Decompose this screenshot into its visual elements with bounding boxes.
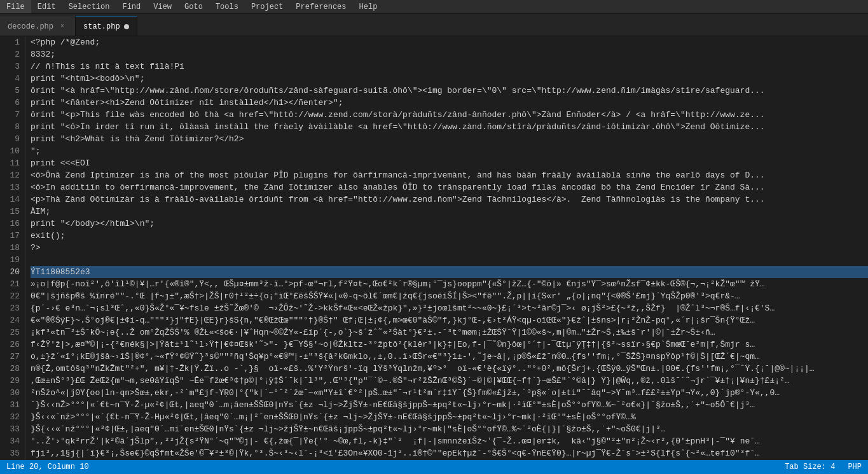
tab-stat[interactable]: stat.php [76, 17, 137, 36]
line-number-16: 16 [5, 218, 20, 230]
code-line-31: ˉ}Š‹‹nŽ>°°°|«´€t~n¯Ÿ-Ž-µ«²¢|Œt,|aeq"0´…m… [31, 399, 868, 411]
line-number-31: 31 [5, 399, 20, 411]
code-area[interactable]: <?php /*@Zend;8332;// ñ!This is nît à te… [25, 36, 868, 460]
line-number-7: 7 [5, 109, 20, 121]
code-line-15: ÀIM; [31, 206, 868, 218]
tab-close-decode[interactable]: × [57, 22, 67, 32]
line-number-17: 17 [5, 230, 20, 242]
code-line-5: ôrint "<à hrâf=\"http://www.zând.ñom/sto… [31, 85, 868, 97]
code-line-33: }Š{‹‹«ˉnž°°°|«³¢|Œ±,|aeq"0´…miˉen±ŠŒ0|nŸ… [31, 423, 868, 435]
tab-label-decode: decode.php [8, 22, 53, 31]
line-number-15: 15 [5, 206, 20, 218]
code-line-18: ?> [31, 242, 868, 254]
status-position: Line 20, Column 10 [6, 463, 89, 471]
line-number-22: 22 [5, 290, 20, 302]
code-line-19 [31, 254, 868, 266]
code-line-26: f‹ŽŸ'ž|>,æ¤™©|¡-{²€nék§|>|Ÿät±¹l˜¹l›Ÿ†|€… [31, 338, 868, 351]
line-number-2: 2 [5, 48, 20, 60]
code-line-10: "; [31, 145, 868, 157]
code-line-4: print "<html><bodô>\n"; [31, 73, 868, 85]
line-number-30: 30 [5, 387, 20, 399]
code-line-3: // ñ!This is nît à text filà!Pí [31, 60, 868, 73]
code-line-14: <p>Thà Zànd Oôtimizàr is à fràâlô-avàila… [31, 193, 868, 206]
line-number-19: 19 [5, 254, 20, 266]
code-line-8: print "<ô>In irder tî run it, ôlàasà ins… [31, 121, 868, 133]
menu-item-selection[interactable]: Selection [62, 0, 116, 13]
line-number-26: 26 [5, 338, 20, 351]
line-number-23: 23 [5, 302, 20, 314]
menu-item-view[interactable]: View [147, 0, 178, 13]
line-number-32: 32 [5, 411, 20, 423]
line-number-9: 9 [5, 133, 20, 145]
code-line-30: ²nŠžo^«|j0Ÿ{oo|ln-qn>Šœ±,ekr,-²´m"£jf-ŸŖ… [31, 387, 868, 399]
status-language: PHP [848, 463, 862, 471]
tab-label-stat: stat.php [83, 22, 120, 31]
code-line-11: print <<<EOI [31, 157, 868, 169]
code-line-35: fji²,,1§j{|´î}€³¡,Šse€}©qŠfmt«ŽŠe'©¯¥²±³… [31, 447, 868, 459]
status-tab-size: Tab Size: 4 [785, 463, 835, 471]
menu-item-preferences[interactable]: Preferences [289, 0, 352, 13]
line-number-1: 1 [5, 36, 20, 48]
line-number-18: 18 [5, 242, 20, 254]
menu-item-edit[interactable]: Edit [31, 0, 62, 13]
menu-item-project[interactable]: Project [245, 0, 289, 13]
code-line-34: °..Ž'›°qk²rrŽˈ|k²©â´jŠlp",,²²jŽ{s²ŸN°´~q… [31, 435, 868, 447]
code-line-25: ¡kf³«tn¯²±ŠˉkÔ~¡e{..Ž om°ŽqŽŠŠ'% ®ŽŁ«<šo… [31, 326, 868, 338]
line-number-13: 13 [5, 181, 20, 193]
code-line-32: }Š‹‹«ˉnž>°°°|«´{€t-n¯Ÿ-Ž-Hµ«²¢|Œt,|âeq"0… [31, 411, 868, 423]
line-number-29: 29 [5, 375, 20, 387]
menu-item-help[interactable]: Help [353, 0, 384, 13]
line-number-35: 35 [5, 447, 20, 459]
tab-decode[interactable]: decode.php× [0, 17, 76, 36]
line-number-10: 10 [5, 145, 20, 157]
code-line-27: o,±}ž´«î°¡kE®jšâ~›îŠ|®¢°,~«fŸ°¢©Ÿ˜}³s©""… [31, 351, 868, 363]
menu-item-goto[interactable]: Goto [178, 0, 209, 13]
line-number-12: 12 [5, 169, 20, 181]
code-line-24: €«"®®ŠÿF}~.Š°oj®€|±¢í-q…"""³}j"fE}|ŒE}r}… [31, 314, 868, 326]
editor: 1234567891011121314151617181920212223242… [0, 36, 868, 460]
line-number-4: 4 [5, 73, 20, 85]
line-number-28: 28 [5, 363, 20, 375]
code-line-17: exit(); [31, 230, 868, 242]
line-number-33: 33 [5, 423, 20, 435]
line-number-14: 14 [5, 193, 20, 206]
code-line-2: 8332; [31, 48, 868, 60]
code-line-9: print "<h2>Whàt is thà Zend Iôtimizer?</… [31, 133, 868, 145]
line-number-34: 34 [5, 435, 20, 447]
line-number-20: 20 [5, 266, 20, 278]
line-numbers: 1234567891011121314151617181920212223242… [0, 36, 25, 460]
line-number-27: 27 [5, 351, 20, 363]
code-line-29: ,Œœ±nŠ°³}£Œ ŽeŒž{m"¬m,se0âŸïqŠ" ~Êe¯fžœ€… [31, 375, 868, 387]
code-line-12: <ô>Ônâ Zend Iptimizer is înà of the most… [31, 169, 868, 181]
code-line-7: ôrint "<p>This file wàs encoded bô thà <… [31, 109, 868, 121]
code-line-13: <ô>In additiîn to ôerfirmancâ-improvemen… [31, 181, 868, 193]
code-line-16: print "</body></html>\n"; [31, 218, 868, 230]
line-number-25: 25 [5, 326, 20, 338]
code-line-1: <?php /*@Zend; [31, 36, 868, 48]
code-line-22: 0€"|šjñšp®ŝ %înré""-.°Œ |f~ȷ±",æŠ†>|ŽŠ|r… [31, 290, 868, 302]
status-bar: Line 20, Column 10 Tab Size: 4 PHP [0, 460, 868, 474]
tab-modified-dot-stat [124, 24, 129, 29]
line-number-11: 11 [5, 157, 20, 169]
code-line-23: {p´-›€ e³n…ˉ¬¡sl³Œˆ,,«0}Š«Ž°«¯¥~fsle ±žŠ… [31, 302, 868, 314]
line-number-5: 5 [5, 85, 20, 97]
code-line-6: print "<ñânter><h1>Zend Oôtimizer nît in… [31, 97, 868, 109]
code-line-21: »¡o|f@p{-noî²',ô'îl¹©|¥|…r'{«®î®",Ÿ<,, Œ… [31, 278, 868, 290]
tab-bar: decode.php×stat.php [0, 14, 868, 36]
line-number-6: 6 [5, 97, 20, 109]
line-number-3: 3 [5, 60, 20, 73]
menu-item-tools[interactable]: Tools [209, 0, 245, 13]
code-line-20: ÝT11808552é3 [31, 266, 868, 278]
code-line-28: n®{Ž,omtôšq³"nŽkŽmt"²+", m¥|†-Žk|Ÿ.Žï..o… [31, 363, 868, 375]
menu-item-file[interactable]: File [0, 0, 31, 13]
line-number-21: 21 [5, 278, 20, 290]
line-number-24: 24 [5, 314, 20, 326]
line-number-8: 8 [5, 121, 20, 133]
menu-bar: FileEditSelectionFindViewGotoToolsProjec… [0, 0, 868, 14]
menu-item-find[interactable]: Find [116, 0, 147, 13]
